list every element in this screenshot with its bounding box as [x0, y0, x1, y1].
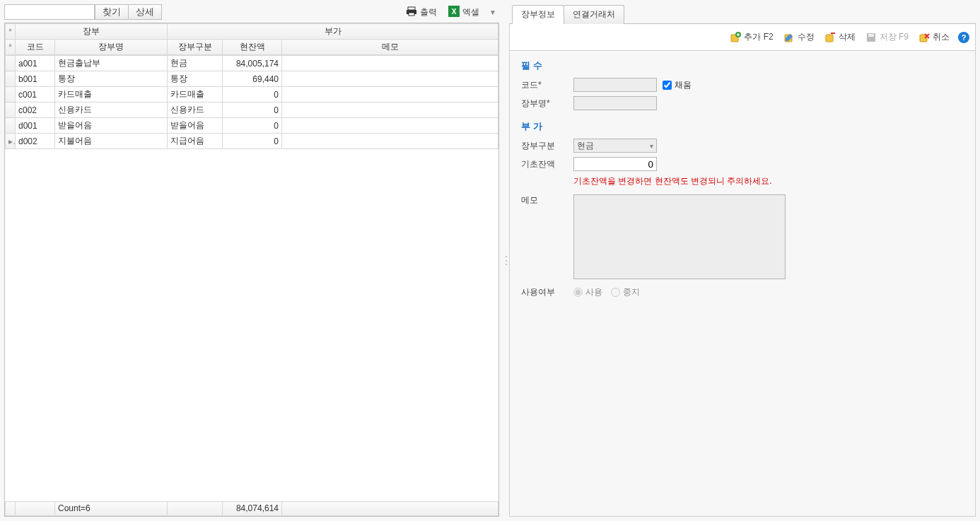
- tab-linked-partner[interactable]: 연결거래처: [564, 5, 624, 24]
- label-type: 장부구분: [521, 140, 573, 152]
- detail-button[interactable]: 상세: [129, 4, 162, 20]
- excel-button[interactable]: X 엑셀: [444, 4, 484, 20]
- col-header-name[interactable]: 장부명: [55, 40, 168, 55]
- memo-field[interactable]: [573, 194, 786, 279]
- excel-icon: X: [448, 6, 460, 19]
- fill-checkbox-wrap[interactable]: 채움: [663, 79, 692, 91]
- print-button[interactable]: 출력: [402, 4, 441, 20]
- edit-icon: [783, 32, 795, 43]
- footer-total: 84,074,614: [223, 502, 282, 516]
- row-indicator: ▸: [6, 134, 16, 149]
- cell-memo: [282, 87, 498, 103]
- code-field[interactable]: [573, 78, 657, 92]
- name-field[interactable]: [573, 96, 657, 110]
- help-icon[interactable]: ?: [958, 32, 969, 43]
- radio-use[interactable]: [573, 288, 583, 297]
- svg-rect-11: [868, 34, 874, 37]
- delete-button[interactable]: 삭제: [820, 30, 860, 45]
- radio-stop-label: 중지: [623, 286, 640, 298]
- search-input[interactable]: [4, 4, 95, 20]
- radio-stop[interactable]: [611, 288, 620, 297]
- find-button[interactable]: 찾기: [95, 4, 129, 20]
- left-panel: 찾기 상세 출력 X 엑셀 ▼: [0, 0, 503, 521]
- cancel-icon: [918, 32, 930, 43]
- detail-toolbar: 추가 F2 수정 삭제: [509, 24, 976, 51]
- splitter[interactable]: [503, 0, 509, 521]
- delete-icon: [824, 32, 836, 43]
- fill-checkbox-label: 채움: [675, 79, 692, 91]
- cell-type: 현금: [168, 56, 223, 71]
- cell-memo: [282, 71, 498, 87]
- cell-code: a001: [16, 56, 55, 71]
- label-code: 코드*: [521, 79, 573, 91]
- table-row[interactable]: a001현금출납부현금84,005,174: [6, 56, 498, 71]
- cell-memo: [282, 103, 498, 118]
- base-balance-field[interactable]: [573, 157, 657, 171]
- cell-code: d002: [16, 134, 55, 149]
- right-panel: 장부정보 연결거래처 추가 F2 수정: [509, 0, 980, 521]
- svg-rect-2: [409, 13, 414, 16]
- footer-blank-code: [16, 502, 55, 516]
- table-row[interactable]: c001카드매출카드매출0: [6, 87, 498, 103]
- save-icon: [865, 32, 877, 43]
- cell-type: 카드매출: [168, 87, 223, 103]
- cell-code: d001: [16, 118, 55, 134]
- cell-name: 받을어음: [55, 118, 168, 134]
- tab-ledger-info[interactable]: 장부정보: [512, 5, 564, 24]
- section-extra: 부 가: [521, 120, 964, 133]
- cell-name: 통장: [55, 71, 168, 87]
- radio-use-wrap[interactable]: 사용: [573, 286, 602, 298]
- row-indicator: [6, 87, 16, 103]
- label-status: 사용여부: [521, 286, 573, 298]
- cell-name: 지불어음: [55, 134, 168, 149]
- header-group-ledger: 장부: [16, 24, 168, 40]
- table-row[interactable]: ▸d002지불어음지급어음0: [6, 134, 498, 149]
- fill-checkbox[interactable]: [663, 81, 672, 90]
- add-icon: [730, 32, 741, 43]
- col-header-balance[interactable]: 현잔액: [223, 40, 282, 55]
- svg-rect-0: [408, 7, 415, 10]
- type-select[interactable]: 현금 ▾: [573, 139, 657, 153]
- excel-label: 엑셀: [462, 6, 479, 18]
- header-group-extra: 부가: [168, 24, 498, 40]
- detail-tabs: 장부정보 연결거래처: [509, 4, 976, 24]
- save-button: 저장 F9: [861, 30, 913, 45]
- cell-balance: 0: [223, 87, 282, 103]
- chevron-down-icon: ▾: [650, 142, 653, 150]
- header-indicator: *: [6, 24, 16, 40]
- row-indicator: [6, 103, 16, 118]
- section-required: 필 수: [521, 59, 964, 72]
- cell-type: 지급어음: [168, 134, 223, 149]
- row-indicator: [6, 118, 16, 134]
- cell-balance: 69,440: [223, 71, 282, 87]
- row-indicator: [6, 71, 16, 87]
- cell-balance: 0: [223, 118, 282, 134]
- cell-name: 신용카드: [55, 103, 168, 118]
- printer-icon: [406, 6, 417, 19]
- cell-code: c002: [16, 103, 55, 118]
- cell-balance: 0: [223, 134, 282, 149]
- footer-indicator: [6, 502, 16, 516]
- row-indicator: [6, 56, 16, 71]
- excel-dropdown-arrow[interactable]: ▼: [486, 8, 499, 16]
- label-base: 기초잔액: [521, 158, 573, 170]
- col-header-type[interactable]: 장부구분: [168, 40, 223, 55]
- svg-rect-9: [831, 33, 835, 34]
- table-row[interactable]: b001통장통장69,440: [6, 71, 498, 87]
- cancel-button[interactable]: 취소: [914, 30, 954, 45]
- table-row[interactable]: d001받을어음받을어음0: [6, 118, 498, 134]
- edit-button[interactable]: 수정: [779, 30, 819, 45]
- svg-rect-8: [826, 35, 833, 42]
- add-button[interactable]: 추가 F2: [725, 30, 777, 45]
- cell-memo: [282, 118, 498, 134]
- footer-count: Count=6: [55, 502, 168, 516]
- radio-stop-wrap[interactable]: 중지: [611, 286, 640, 298]
- cell-balance: 84,005,174: [223, 56, 282, 71]
- col-header-memo[interactable]: 메모: [282, 40, 498, 55]
- ledger-grid: * 장부 부가 * 코드 장부명 장부구분 현잔액 메모: [4, 23, 499, 517]
- cell-type: 통장: [168, 71, 223, 87]
- table-row[interactable]: c002신용카드신용카드0: [6, 103, 498, 118]
- top-search-bar: 찾기 상세 출력 X 엑셀 ▼: [4, 4, 499, 20]
- cell-memo: [282, 56, 498, 71]
- col-header-code[interactable]: 코드: [16, 40, 55, 55]
